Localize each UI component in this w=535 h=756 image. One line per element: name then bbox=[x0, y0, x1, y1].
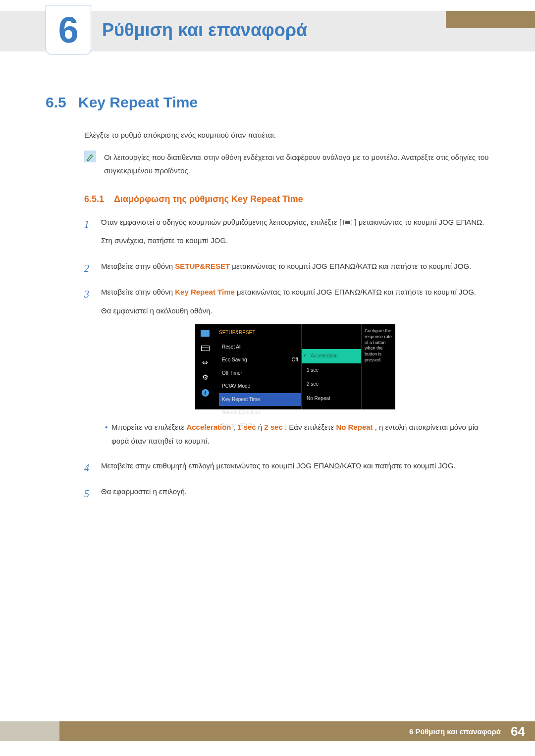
osd-item-selected: Key Repeat Time bbox=[219, 393, 301, 406]
osd-item: Source Detection bbox=[219, 406, 301, 419]
steps-list: 1 Όταν εμφανιστεί ο οδηγός κουμπιών ρυθμ… bbox=[84, 215, 489, 504]
osd-submenu: Acceleration 1 sec 2 sec No Repeat bbox=[302, 324, 361, 409]
osd-screenshot: ⇔ ⚙ i SETUP&RESET Reset All Eco SavingOf… bbox=[101, 324, 489, 409]
step-text: Θα εφαρμοστεί η επιλογή. bbox=[101, 485, 489, 499]
osd-sub-item: 1 sec bbox=[302, 363, 361, 378]
chapter-title: Ρύθμιση και επαναφορά bbox=[102, 20, 307, 41]
step-2: 2 Μεταβείτε στην οθόνη SETUP&RESET μετακ… bbox=[84, 259, 489, 278]
step-number: 5 bbox=[84, 485, 101, 504]
subsection-title: Διαμόρφωση της ρύθμισης Key Repeat Time bbox=[114, 194, 303, 204]
menu-icon bbox=[343, 220, 352, 225]
page-content: 6.5 Key Repeat Time Ελέγξτε το ρυθμό από… bbox=[46, 94, 489, 510]
info-icon: i bbox=[200, 389, 210, 397]
bullet-text: . Εάν επιλέξετε bbox=[285, 423, 336, 431]
step-4: 4 Μεταβείτε στην επιθυμητή επιλογή μετακ… bbox=[84, 459, 489, 478]
monitor-icon bbox=[200, 329, 210, 337]
footer: 6 Ρύθμιση και επαναφορά 64 bbox=[0, 721, 535, 741]
subsection-heading: 6.5.1 Διαμόρφωση της ρύθμισης Key Repeat… bbox=[84, 194, 489, 204]
highlight: 2 sec bbox=[264, 423, 283, 431]
step-text: Στη συνέχεια, πατήστε το κουμπί JOG. bbox=[101, 234, 489, 248]
highlight: Key Repeat Time bbox=[175, 288, 235, 296]
step-5: 5 Θα εφαρμοστεί η επιλογή. bbox=[84, 485, 489, 504]
note-text: Οι λειτουργίες που διατίθενται στην οθόν… bbox=[104, 151, 489, 177]
card-icon bbox=[200, 344, 210, 352]
header-accent bbox=[446, 11, 535, 28]
osd-sub-item: No Repeat bbox=[302, 392, 361, 406]
section-heading: 6.5 Key Repeat Time bbox=[46, 94, 489, 111]
osd-item: Off Timer bbox=[219, 367, 301, 380]
osd-sub-item: 2 sec bbox=[302, 377, 361, 392]
step-text: μετακινώντας το κουμπί JOG ΕΠΑΝΩ/ΚΑΤΩ κα… bbox=[232, 262, 471, 270]
bullet-item: ● Μπορείτε να επιλέξετε Acceleration , 1… bbox=[101, 420, 489, 448]
osd-item: Reset All bbox=[219, 341, 301, 354]
step-text: Όταν εμφανιστεί ο οδηγός κουμπιών ρυθμιζ… bbox=[101, 218, 341, 226]
step-number: 4 bbox=[84, 459, 101, 478]
osd-item: Eco SavingOff bbox=[219, 353, 301, 367]
step-text: Θα εμφανιστεί η ακόλουθη οθόνη. bbox=[101, 304, 489, 318]
bullet-text: ή bbox=[258, 423, 265, 431]
osd-menu: SETUP&RESET Reset All Eco SavingOff Off … bbox=[215, 324, 302, 409]
note-icon bbox=[84, 151, 96, 162]
highlight: No Repeat bbox=[336, 423, 373, 431]
osd-header: SETUP&RESET bbox=[219, 328, 301, 338]
highlight: Acceleration bbox=[186, 423, 231, 431]
section-title: Key Repeat Time bbox=[78, 94, 198, 111]
section-intro: Ελέγξτε το ρυθμό απόκρισης ενός κουμπιού… bbox=[84, 129, 489, 142]
step-number: 3 bbox=[84, 285, 101, 452]
footer-chapter: 6 Ρύθμιση και επαναφορά bbox=[409, 727, 501, 736]
bullet-text: Μπορείτε να επιλέξετε bbox=[111, 423, 186, 431]
step-text: Μεταβείτε στην οθόνη bbox=[101, 288, 175, 296]
highlight: SETUP&RESET bbox=[175, 262, 230, 270]
section-number: 6.5 bbox=[46, 94, 78, 111]
step-text: μετακινώντας το κουμπί JOG ΕΠΑΝΩ/ΚΑΤΩ κα… bbox=[237, 288, 476, 296]
bullet-text: , bbox=[233, 423, 237, 431]
step-text: ] μετακινώντας το κουμπί JOG ΕΠΑΝΩ. bbox=[354, 218, 484, 226]
subsection-number: 6.5.1 bbox=[84, 194, 114, 204]
step-number: 2 bbox=[84, 259, 101, 278]
step-text: Μεταβείτε στην οθόνη bbox=[101, 262, 175, 270]
step-1: 1 Όταν εμφανιστεί ο οδηγός κουμπιών ρυθμ… bbox=[84, 215, 489, 253]
step-3: 3 Μεταβείτε στην οθόνη Key Repeat Time μ… bbox=[84, 285, 489, 452]
osd-sub-selected: Acceleration bbox=[302, 349, 361, 363]
page-number: 64 bbox=[511, 724, 525, 739]
osd-description: Configure the response rate of a button … bbox=[361, 324, 395, 409]
step-text: Μεταβείτε στην επιθυμητή επιλογή μετακιν… bbox=[101, 459, 489, 473]
gear-icon: ⚙ bbox=[200, 374, 210, 382]
osd-item: PC/AV Mode bbox=[219, 380, 301, 393]
footer-accent bbox=[0, 721, 59, 741]
bullet-icon: ● bbox=[101, 420, 111, 448]
step-number: 1 bbox=[84, 215, 101, 253]
highlight: 1 sec bbox=[237, 423, 256, 431]
chapter-badge: 6 bbox=[46, 5, 91, 54]
note-block: Οι λειτουργίες που διατίθενται στην οθόν… bbox=[84, 151, 489, 177]
arrows-icon: ⇔ bbox=[200, 359, 210, 367]
osd-tab-icons: ⇔ ⚙ i bbox=[195, 324, 215, 409]
